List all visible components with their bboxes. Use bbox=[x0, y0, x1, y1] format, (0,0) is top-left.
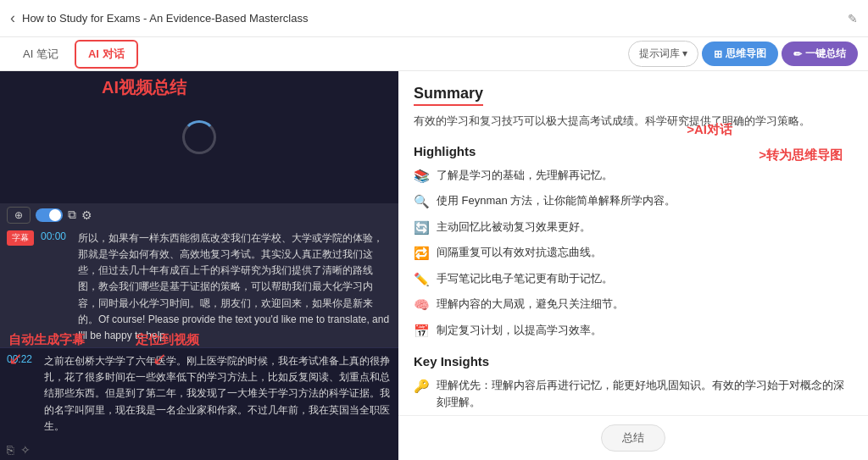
highlight-text-6: 理解内容的大局观，避免只关注细节。 bbox=[437, 296, 624, 313]
highlight-icon-3: 🔄 bbox=[414, 219, 430, 238]
timestamp-1: 00:00 bbox=[41, 230, 71, 242]
toggle-knob bbox=[49, 209, 61, 221]
highlight-icon-2: 🔍 bbox=[414, 192, 430, 212]
insight-text-1: 理解优先：理解内容后再进行记忆，能更好地巩固知识。有效的学习始于对概念的深刻理解… bbox=[437, 377, 853, 410]
key-insights-title: Key Insights bbox=[414, 354, 853, 369]
summary-gen-button[interactable]: ✏ 一键总结 bbox=[782, 42, 858, 66]
add-button[interactable]: ⊕ bbox=[7, 207, 31, 224]
subtitle-bar: ⊕ ⧉ ⚙ 字幕 00:00 所以，如果有一样东西能彻底改变我们在学校、大学或学… bbox=[0, 203, 398, 347]
tab-ai-notes[interactable]: AI 笔记 bbox=[10, 41, 71, 68]
mindmap-label: 思维导图 bbox=[726, 47, 766, 61]
insight-item-1: 🔑 理解优先：理解内容后再进行记忆，能更好地巩固知识。有效的学习始于对概念的深刻… bbox=[414, 377, 853, 410]
highlight-item-4: 🔁 间隔重复可以有效对抗遗忘曲线。 bbox=[414, 244, 853, 263]
loading-spinner bbox=[182, 120, 216, 154]
highlight-item-3: 🔄 主动回忆比被动复习效果更好。 bbox=[414, 219, 853, 238]
mindmap-icon: ⊞ bbox=[714, 48, 722, 60]
edit-icon[interactable]: ✎ bbox=[848, 12, 858, 25]
main-content: AI视频总结 自动生成字幕 ↙ 定位到视频 ↙ ⊕ bbox=[0, 71, 868, 460]
copy-icon-1[interactable]: ⎘ bbox=[7, 443, 14, 457]
subtitle-toggle[interactable]: 字幕 bbox=[7, 230, 34, 246]
mindmap-button[interactable]: ⊞ 思维导图 bbox=[702, 42, 778, 66]
key-insights-section: Key Insights 🔑 理解优先：理解内容后再进行记忆，能更好地巩固知识。… bbox=[414, 354, 853, 415]
copy-icon-2[interactable]: ✧ bbox=[20, 443, 31, 457]
video-controls: ⊕ ⧉ ⚙ bbox=[7, 207, 392, 224]
summary-panel[interactable]: Summary 有效的学习和复习技巧可以极大提高考试成绩。科学研究提供了明确的学… bbox=[398, 71, 868, 415]
highlight-item-2: 🔍 使用 Feynman 方法，让你能简单解释所学内容。 bbox=[414, 192, 853, 212]
toggle-control[interactable] bbox=[36, 208, 63, 222]
screen-icon[interactable]: ⧉ bbox=[68, 208, 76, 222]
tab-bar: AI 笔记 AI 对话 提示词库 ▾ ⊞ 思维导图 ✏ 一键总结 bbox=[0, 37, 868, 71]
bottom-bar: 总结 bbox=[398, 415, 868, 460]
subtitle-text-1: 所以，如果有一样东西能彻底改变我们在学校、大学或学院的体验，那就是学会如何有效、… bbox=[78, 230, 392, 344]
highlight-icon-4: 🔁 bbox=[414, 244, 430, 263]
highlight-text-7: 制定复习计划，以提高学习效率。 bbox=[437, 322, 602, 339]
toggle-track[interactable] bbox=[36, 208, 63, 222]
highlights-list: 📚 了解是学习的基础，先理解再记忆。 🔍 使用 Feynman 方法，让你能简单… bbox=[414, 167, 853, 341]
insight-icon-1: 🔑 bbox=[414, 377, 430, 396]
right-panel: >AI对话 >转为思维导图 Summary 有效的学习和复习技巧可以极大提高考试… bbox=[398, 71, 868, 460]
tab-ai-chat[interactable]: AI 对话 bbox=[75, 40, 138, 69]
highlight-item-6: 🧠 理解内容的大局观，避免只关注细节。 bbox=[414, 296, 853, 315]
back-button[interactable]: ‹ bbox=[10, 9, 15, 27]
settings-icon[interactable]: ⚙ bbox=[81, 208, 92, 222]
timestamp-2: 00:22 bbox=[7, 353, 37, 435]
highlight-icon-6: 🧠 bbox=[414, 296, 430, 315]
vocab-button[interactable]: 提示词库 ▾ bbox=[628, 41, 698, 67]
highlight-item-7: 📅 制定复习计划，以提高学习效率。 bbox=[414, 322, 853, 341]
left-panel: AI视频总结 自动生成字幕 ↙ 定位到视频 ↙ ⊕ bbox=[0, 71, 398, 460]
video-area bbox=[0, 71, 398, 203]
highlight-icon-7: 📅 bbox=[414, 322, 430, 341]
highlight-text-2: 使用 Feynman 方法，让你能简单解释所学内容。 bbox=[437, 192, 676, 209]
conclude-button[interactable]: 总结 bbox=[601, 424, 665, 452]
highlight-text-1: 了解是学习的基础，先理解再记忆。 bbox=[437, 167, 613, 184]
page-title: How to Study for Exams - An Evidence-Bas… bbox=[22, 12, 837, 25]
transcript-block-2: 00:22 之前在创桥大学学了六年医学。刚上医学院的时候，我在考试准备上真的很挣… bbox=[0, 347, 398, 440]
summary-gen-label: 一键总结 bbox=[805, 47, 846, 61]
subtitle-text-2: 之前在创桥大学学了六年医学。刚上医学院的时候，我在考试准备上真的很挣扎，花了很多… bbox=[44, 353, 392, 435]
summary-title: Summary bbox=[414, 85, 483, 106]
highlights-title: Highlights bbox=[414, 144, 853, 158]
header: ‹ How to Study for Exams - An Evidence-B… bbox=[0, 0, 868, 37]
highlight-icon-5: ✏️ bbox=[414, 270, 430, 290]
highlight-text-5: 手写笔记比电子笔记更有助于记忆。 bbox=[437, 270, 613, 287]
highlight-item-5: ✏️ 手写笔记比电子笔记更有助于记忆。 bbox=[414, 270, 853, 290]
key-insights-list: 🔑 理解优先：理解内容后再进行记忆，能更好地巩固知识。有效的学习始于对概念的深刻… bbox=[414, 377, 853, 415]
summary-intro: 有效的学习和复习技巧可以极大提高考试成绩。科学研究提供了明确的学习策略。 bbox=[414, 113, 853, 130]
highlights-section: Highlights 📚 了解是学习的基础，先理解再记忆。 🔍 使用 Feynm… bbox=[414, 144, 853, 341]
copy-row: ⎘ ✧ bbox=[0, 440, 398, 460]
highlight-text-3: 主动回忆比被动复习效果更好。 bbox=[437, 219, 591, 236]
highlight-text-4: 间隔重复可以有效对抗遗忘曲线。 bbox=[437, 244, 602, 261]
summary-gen-icon: ✏ bbox=[793, 48, 802, 60]
highlight-item-1: 📚 了解是学习的基础，先理解再记忆。 bbox=[414, 167, 853, 186]
highlight-icon-1: 📚 bbox=[414, 167, 430, 186]
